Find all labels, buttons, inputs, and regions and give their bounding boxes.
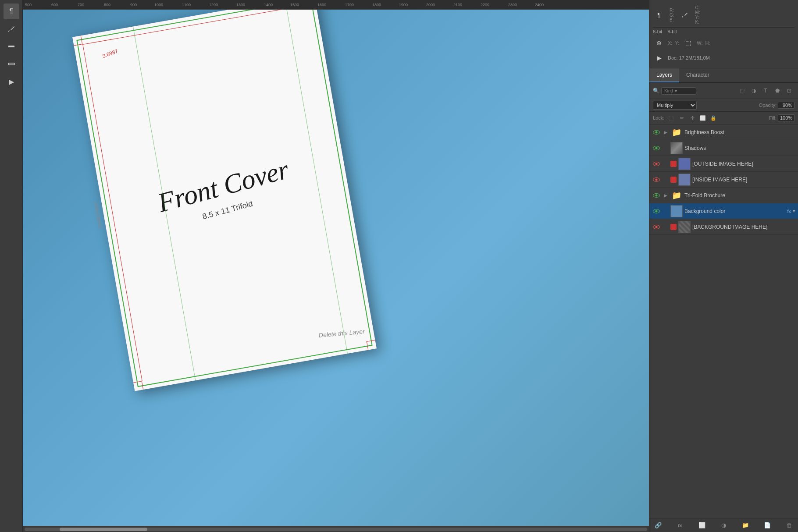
- opacity-value[interactable]: 90%: [778, 102, 794, 109]
- layer-fx-icon[interactable]: fx: [787, 209, 791, 214]
- link-layers-btn[interactable]: 🔗: [653, 520, 663, 531]
- layer-red-outside: [670, 161, 677, 167]
- layer-expand-trifold[interactable]: ▶: [663, 192, 669, 199]
- layer-item-bg-image[interactable]: [BACKGROUND IMAGE HERE]: [649, 219, 798, 235]
- k-label: K:: [695, 20, 700, 25]
- canvas-area: 500 600 700 800 900 1000 1100 1200 1300 …: [23, 0, 649, 532]
- tool-play[interactable]: ▶: [4, 74, 19, 89]
- b-label: B:: [670, 18, 674, 22]
- y-label: Y:: [695, 15, 700, 20]
- svg-text:2100: 2100: [453, 3, 462, 7]
- y-label-display: Y:: [675, 40, 679, 46]
- doc-info: Doc: 17,2M/181,0M: [668, 55, 710, 60]
- tool-eyedropper[interactable]: [4, 21, 19, 37]
- paragraph-tool-btn[interactable]: ¶: [653, 9, 665, 21]
- filter-search-box[interactable]: Kind ▾: [661, 87, 696, 95]
- filter-adjust-btn[interactable]: ◑: [748, 85, 759, 96]
- tool-measure1[interactable]: [4, 39, 19, 54]
- layer-visibility-outside[interactable]: [652, 160, 661, 168]
- layer-visibility-trifold[interactable]: [652, 191, 661, 200]
- folder-icon-trifold: 📁: [672, 191, 681, 200]
- chevron-down-icon: ▾: [675, 89, 677, 93]
- blend-mode-select[interactable]: Multiply Normal Screen Overlay: [653, 101, 697, 110]
- new-layer-btn[interactable]: 📄: [762, 520, 773, 531]
- canvas-viewport: 3.6987 Front Cover 8.5 x 11 Trifold Dele…: [23, 0, 649, 532]
- filter-smart-btn[interactable]: ⊡: [784, 85, 794, 96]
- group-layers-btn[interactable]: 📁: [740, 520, 751, 531]
- layer-visibility-shadows[interactable]: [652, 144, 661, 153]
- svg-text:2400: 2400: [535, 3, 544, 7]
- lock-position-btn[interactable]: ✛: [688, 113, 697, 122]
- filter-icons: ⬚ ◑ T ⬟ ⊡: [737, 85, 794, 96]
- layer-item-shadows[interactable]: Shadows: [649, 140, 798, 156]
- lock-icons: ⬚ ✏ ✛ ⬜ 🔒: [667, 113, 718, 122]
- layer-red-bg-image: [670, 224, 677, 230]
- layer-name-inside: [INSIDE IMAGE HERE]: [692, 177, 795, 183]
- filter-shape-btn[interactable]: ⬟: [772, 85, 783, 96]
- svg-rect-0: [8, 46, 14, 47]
- layer-thumb-brightness: 📁: [670, 126, 683, 138]
- opacity-label: Opacity:: [759, 103, 777, 108]
- layers-bottom-toolbar: 🔗 fx ⬜ ◑ 📁 📄 🗑: [649, 518, 798, 532]
- layer-expand-brightness[interactable]: ▶: [663, 129, 669, 135]
- tab-layers[interactable]: Layers: [649, 68, 679, 82]
- bit-depth-row: 8-bit 8-bit: [653, 28, 794, 35]
- eyedropper-btn[interactable]: [679, 9, 691, 21]
- fill-value[interactable]: 100%: [778, 114, 794, 121]
- scrollbar-track[interactable]: [25, 528, 647, 531]
- resize-btn[interactable]: ⬚: [682, 37, 694, 49]
- folder-icon: 📁: [672, 128, 681, 137]
- lock-bar: Lock: ⬚ ✏ ✛ ⬜ 🔒 Fill: 100%: [649, 112, 798, 124]
- delete-layer-btn[interactable]: 🗑: [784, 520, 794, 531]
- svg-text:2200: 2200: [481, 3, 489, 7]
- layer-item-inside-image[interactable]: [INSIDE IMAGE HERE]: [649, 172, 798, 188]
- layer-visibility-brightness[interactable]: [652, 128, 661, 137]
- layer-thumb-inside: [678, 174, 691, 186]
- svg-text:600: 600: [51, 3, 58, 7]
- info-panel: ¶ R: G: B: C: M: Y: K: 8-b: [649, 0, 798, 68]
- layer-fx-chevron[interactable]: ▾: [793, 208, 795, 214]
- play-btn[interactable]: ▶: [653, 52, 665, 64]
- layer-name-outside: [OUTSIDE IMAGE HERE]: [692, 161, 795, 167]
- layer-thumb-outside: [678, 158, 691, 170]
- tool-measure2[interactable]: [4, 56, 19, 72]
- layer-item-trifold[interactable]: ▶ 📁 Tri-Fold Brochure: [649, 188, 798, 203]
- layer-thumb-trifold: 📁: [670, 189, 683, 202]
- crosshair-btn[interactable]: ⊕: [653, 37, 665, 49]
- lock-transparent-btn[interactable]: ⬚: [667, 113, 676, 122]
- layer-thumb-bg-image: [678, 221, 691, 233]
- add-mask-btn[interactable]: ⬜: [697, 520, 707, 531]
- layer-item-bg-color[interactable]: Background color fx ▾: [649, 203, 798, 219]
- svg-text:800: 800: [104, 3, 110, 7]
- layer-visibility-inside[interactable]: [652, 175, 661, 184]
- svg-text:1300: 1300: [236, 3, 245, 7]
- svg-text:1800: 1800: [372, 3, 381, 7]
- svg-text:2000: 2000: [426, 3, 435, 7]
- c-label: C:: [695, 5, 700, 10]
- ruler-top: 500 600 700 800 900 1000 1100 1200 1300 …: [23, 0, 649, 10]
- layer-item-outside-image[interactable]: [OUTSIDE IMAGE HERE]: [649, 156, 798, 172]
- lock-pixels-btn[interactable]: ✏: [677, 113, 686, 122]
- canvas-scrollbar[interactable]: [23, 526, 649, 532]
- layer-styles-btn[interactable]: fx: [675, 520, 685, 531]
- fill-section: Fill: 100%: [769, 114, 794, 121]
- layer-thumb-bg-color: [670, 205, 683, 217]
- adjustment-layer-btn[interactable]: ◑: [718, 520, 729, 531]
- lock-artboard-btn[interactable]: ⬜: [698, 113, 707, 122]
- scrollbar-thumb[interactable]: [60, 528, 147, 531]
- layer-item-brightness-boost[interactable]: ▶ 📁 Brightness Boost: [649, 124, 798, 140]
- filter-text-btn[interactable]: T: [760, 85, 771, 96]
- x-label: X:: [668, 40, 672, 46]
- svg-text:700: 700: [78, 3, 84, 7]
- svg-text:1000: 1000: [154, 3, 163, 7]
- layer-visibility-bg-image[interactable]: [652, 223, 661, 231]
- tool-paragraph[interactable]: ¶: [4, 4, 19, 19]
- bit-right: 8-bit: [667, 29, 677, 34]
- svg-text:1600: 1600: [317, 3, 326, 7]
- layer-name-bg-image: [BACKGROUND IMAGE HERE]: [692, 224, 795, 230]
- filter-pixel-btn[interactable]: ⬚: [737, 85, 747, 96]
- tab-character[interactable]: Character: [679, 68, 716, 82]
- lock-all-btn[interactable]: 🔒: [709, 113, 718, 122]
- layer-visibility-bg-color[interactable]: [652, 207, 661, 216]
- lock-label: Lock:: [653, 115, 664, 121]
